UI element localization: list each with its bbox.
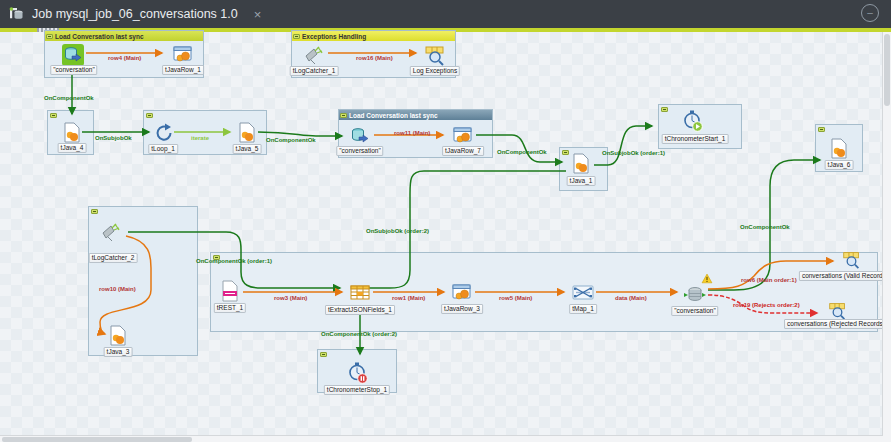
tchronometerstart-icon[interactable] — [681, 110, 703, 132]
component-label[interactable]: conversations (Rejected Records) — [784, 319, 888, 329]
component-label[interactable]: "conversation" — [50, 65, 97, 75]
component-label[interactable]: tJavaRow_3 — [441, 304, 483, 314]
link-label[interactable]: OnComponentOk — [740, 224, 790, 231]
collapse-subjob-icon[interactable] — [320, 352, 327, 357]
tab-close-icon[interactable]: × — [254, 7, 262, 22]
tjavarow-icon[interactable] — [451, 282, 473, 304]
collapse-subjob-icon[interactable] — [46, 34, 53, 39]
vertical-scrollbar-thumb[interactable] — [884, 34, 890, 106]
horizontal-scrollbar[interactable] — [0, 435, 883, 442]
subjob-title: Exceptions Handling — [302, 33, 366, 40]
link-label[interactable]: OnSubjobOk (order:2) — [366, 228, 429, 235]
tjava-icon[interactable] — [570, 153, 592, 175]
tjava-icon[interactable] — [828, 138, 850, 160]
link-label[interactable]: row11 (Main) — [394, 130, 430, 137]
horizontal-scrollbar-thumb[interactable] — [2, 437, 192, 442]
component-label[interactable]: conversations (Valid Records) — [799, 271, 891, 281]
component-label[interactable]: tMap_1 — [569, 304, 597, 314]
tjavarow-icon[interactable] — [452, 125, 474, 147]
link-label[interactable]: OnComponentOk (order:2) — [321, 331, 397, 338]
db-input-conversation-icon[interactable] — [349, 125, 371, 147]
component-label[interactable]: tJava_4 — [58, 143, 87, 153]
component-label[interactable]: tJava_6 — [825, 160, 854, 170]
subjob-title: Load Conversation last sync — [55, 33, 144, 40]
trest-icon[interactable] — [219, 280, 241, 302]
tlogrow-icon[interactable] — [424, 44, 446, 66]
link-label[interactable]: row16 (Main) — [356, 55, 393, 62]
link-label[interactable]: row3 (Main) — [274, 295, 307, 302]
link-label[interactable]: row10 (Main) — [99, 286, 136, 293]
vertical-scrollbar[interactable] — [882, 32, 891, 442]
link-label[interactable]: OnComponentOk — [44, 95, 94, 102]
editor-titlebar: Job mysql_job_06_conversations 1.0 × – — [0, 0, 891, 28]
collapse-subjob-icon[interactable] — [146, 113, 153, 118]
component-label[interactable]: tJavaRow_1 — [162, 65, 204, 75]
textractjsonfields-icon[interactable] — [349, 282, 371, 304]
component-label[interactable]: tJava_1 — [567, 176, 596, 186]
warning-icon — [701, 273, 713, 285]
job-tab-title: Job mysql_job_06_conversations 1.0 — [32, 7, 238, 21]
subjob-title: Load Conversation last sync — [349, 112, 438, 119]
tmap-icon[interactable] — [572, 282, 594, 304]
link-label[interactable]: OnComponentOk — [497, 149, 547, 156]
tjavarow-icon[interactable] — [172, 44, 194, 66]
collapse-subjob-icon[interactable] — [661, 107, 668, 112]
link-label[interactable]: row1 (Main) — [392, 295, 425, 302]
link-label[interactable]: OnComponentOk (order:1) — [196, 258, 272, 265]
component-label[interactable]: tLogCatcher_2 — [89, 253, 138, 263]
component-label[interactable]: Log Exceptions — [410, 66, 460, 76]
db-output-conversation-icon[interactable] — [684, 284, 706, 306]
tloop-icon[interactable] — [152, 122, 174, 144]
talend-job-designer: Job mysql_job_06_conversations 1.0 × – L… — [0, 0, 891, 442]
collapse-subjob-icon[interactable] — [91, 209, 98, 214]
tjava-icon[interactable] — [107, 325, 129, 347]
collapse-subjob-icon[interactable] — [50, 113, 57, 118]
component-label[interactable]: tJava_5 — [233, 144, 262, 154]
tlogcatcher-icon[interactable] — [303, 44, 325, 66]
collapse-subjob-icon[interactable] — [293, 34, 300, 39]
tjava-icon[interactable] — [236, 122, 258, 144]
tlogrow-icon[interactable] — [842, 250, 861, 269]
collapse-subjob-icon[interactable] — [818, 127, 825, 132]
job-tab[interactable]: Job mysql_job_06_conversations 1.0 × — [0, 0, 271, 28]
db-input-conversation-icon[interactable] — [62, 44, 84, 66]
minimize-button[interactable]: – — [861, 4, 879, 22]
component-label[interactable]: tLogCatcher_1 — [290, 66, 339, 76]
component-label[interactable]: tChronometerStop_1 — [324, 385, 390, 395]
link-label[interactable]: row5 (Main) — [499, 295, 532, 302]
component-label[interactable]: tChronometerStart_1 — [662, 134, 729, 144]
tjava-icon[interactable] — [61, 122, 83, 144]
component-label[interactable]: tLoop_1 — [148, 144, 178, 154]
tlogrow-icon[interactable] — [828, 301, 847, 320]
tlogcatcher-icon[interactable] — [100, 221, 122, 243]
component-label[interactable]: "conversation" — [336, 146, 383, 156]
component-label[interactable]: tExtractJSONFields_1 — [325, 305, 395, 315]
link-label[interactable]: row19 (Rejects order:2) — [733, 302, 800, 309]
link-label[interactable]: row4 (Main) — [108, 55, 141, 62]
job-icon — [8, 6, 24, 22]
link-label[interactable]: iterate — [191, 135, 209, 142]
component-label[interactable]: "conversation" — [671, 306, 718, 316]
link-label[interactable]: OnComponentOk — [266, 137, 316, 144]
tchronometerstop-icon[interactable] — [346, 362, 368, 384]
link-label[interactable]: OnSubjobOk — [95, 135, 132, 142]
link-label[interactable]: OnSubjobOk (order:1) — [602, 150, 665, 157]
collapse-subjob-icon[interactable] — [340, 113, 347, 118]
link-label[interactable]: row6 (Main order:1) — [741, 277, 797, 284]
collapse-subjob-icon[interactable] — [562, 150, 569, 155]
component-label[interactable]: tREST_1 — [214, 303, 246, 313]
component-label[interactable]: tJavaRow_7 — [442, 146, 484, 156]
component-label[interactable]: tJava_3 — [104, 347, 133, 357]
link-label[interactable]: data (Main) — [615, 295, 647, 302]
